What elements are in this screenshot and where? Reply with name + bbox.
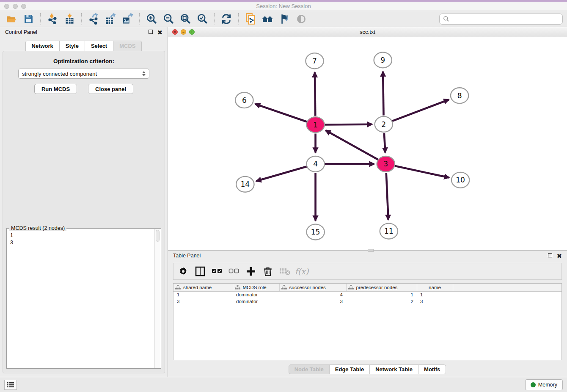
task-history-button[interactable] (4, 380, 17, 390)
first-neighbors-icon[interactable] (260, 13, 275, 25)
export-image-icon[interactable] (120, 13, 135, 25)
table-options-icon[interactable] (178, 266, 189, 277)
titlebar-accent-strip (0, 0, 567, 2)
column-header-successor-nodes[interactable]: successor nodes (279, 284, 346, 291)
import-table-icon[interactable] (62, 13, 77, 25)
svg-text:15: 15 (311, 228, 320, 236)
mcds-result-text[interactable]: 1 3 (10, 232, 154, 367)
edge-1-7[interactable] (315, 72, 315, 116)
criterion-select[interactable]: strongly connected component (18, 69, 149, 79)
edge-2-9[interactable] (383, 72, 383, 116)
table-panel-title: Table Panel (173, 253, 201, 259)
tab-edge-table[interactable]: Edge Table (329, 364, 370, 374)
network-minimize-button[interactable]: − (181, 29, 186, 35)
svg-text:2: 2 (381, 120, 386, 129)
table-toolbar: f(x) (173, 263, 562, 280)
add-row-icon[interactable] (245, 266, 256, 277)
toolbar-separator (40, 13, 41, 25)
edge-2-8[interactable] (392, 99, 449, 121)
zoom-out-icon[interactable] (161, 13, 176, 25)
tab-network-table[interactable]: Network Table (369, 364, 418, 374)
show-columns-icon[interactable] (195, 266, 206, 277)
node-3[interactable]: 3 (377, 156, 395, 172)
network-maximize-button[interactable]: + (189, 29, 195, 35)
show-all-icon[interactable] (294, 13, 308, 25)
edge-3-11[interactable] (386, 173, 388, 220)
zoom-fit-icon[interactable] (178, 13, 193, 25)
list-icon (7, 382, 14, 388)
clone-network-icon[interactable] (243, 13, 258, 25)
memory-button[interactable]: Memory (525, 379, 563, 390)
control-tab-network[interactable]: Network (25, 41, 60, 51)
node-8[interactable]: 8 (451, 88, 468, 103)
close-panel-button[interactable]: Close panel (88, 84, 133, 94)
open-session-icon[interactable] (4, 13, 19, 25)
node-10[interactable]: 10 (451, 172, 469, 188)
horizontal-splitter-grip[interactable] (368, 249, 374, 252)
svg-text:6: 6 (242, 96, 247, 105)
table-row[interactable]: 1dominator411 (173, 291, 561, 298)
node-11[interactable]: 11 (380, 224, 398, 239)
node-6[interactable]: 6 (235, 92, 253, 108)
svg-text:7: 7 (312, 57, 317, 65)
tab-motifs[interactable]: Motifs (418, 364, 446, 374)
network-window-titlebar[interactable]: scc.txt ✕ − + (168, 27, 567, 37)
close-table-panel-icon[interactable]: ✖ (556, 253, 562, 259)
apply-layout-icon[interactable] (219, 13, 234, 25)
float-panel-icon[interactable] (149, 30, 153, 35)
node-9[interactable]: 9 (374, 52, 392, 68)
import-network-icon[interactable] (45, 13, 60, 25)
svg-text:1: 1 (313, 121, 318, 129)
edge-3-1[interactable] (325, 130, 378, 160)
node-1[interactable]: 1 (306, 117, 324, 133)
column-header-predecessor-nodes[interactable]: predecessor nodes (346, 284, 417, 291)
export-network-icon[interactable] (86, 13, 101, 25)
edge-4-14[interactable] (256, 166, 307, 181)
edge-1-2[interactable] (325, 124, 372, 125)
node-14[interactable]: 14 (236, 177, 254, 192)
node-15[interactable]: 15 (306, 224, 324, 240)
save-session-icon[interactable] (21, 13, 36, 25)
column-header-MCDS-role[interactable]: MCDS role (233, 284, 279, 291)
control-tab-mcds[interactable]: MCDS (113, 41, 142, 51)
close-panel-icon[interactable]: ✖ (157, 29, 162, 36)
delete-table-icon[interactable] (279, 266, 290, 277)
delete-row-icon[interactable] (262, 266, 273, 277)
export-table-icon[interactable] (103, 13, 118, 25)
status-bar: Memory (0, 377, 567, 392)
column-header-shared-name[interactable]: shared name (173, 284, 233, 291)
svg-text:9: 9 (380, 56, 385, 64)
float-table-panel-icon[interactable] (548, 253, 552, 258)
network-canvas[interactable]: 7968124314101511 (168, 37, 567, 250)
control-tab-select[interactable]: Select (85, 41, 113, 51)
run-mcds-button[interactable]: Run MCDS (34, 84, 77, 94)
zoom-selected-icon[interactable] (195, 13, 209, 25)
deselect-all-icon[interactable] (228, 266, 239, 277)
memory-status-icon (531, 382, 536, 387)
memory-label: Memory (538, 382, 557, 388)
table-row[interactable]: 3dominator323 (173, 298, 561, 305)
column-header-name[interactable]: name (417, 284, 453, 291)
node-7[interactable]: 7 (306, 53, 323, 69)
search-field[interactable] (439, 14, 563, 25)
edge-2-3[interactable] (384, 133, 385, 153)
network-close-button[interactable]: ✕ (172, 29, 178, 35)
svg-text:3: 3 (383, 160, 388, 168)
criterion-value: strongly connected component (22, 71, 142, 77)
edge-3-10[interactable] (394, 166, 449, 178)
node-4[interactable]: 4 (306, 156, 324, 172)
search-input[interactable] (452, 16, 559, 22)
tab-node-table[interactable]: Node Table (289, 364, 330, 374)
zoom-in-icon[interactable] (144, 13, 159, 25)
control-panel: Control Panel ✖ NetworkStyleSelectMCDS O… (0, 27, 168, 377)
edge-1-6[interactable] (255, 104, 307, 122)
svg-text:8: 8 (457, 91, 462, 100)
select-stepper-icon (142, 71, 146, 76)
select-all-icon[interactable] (212, 266, 223, 277)
network-window-traffic-lights[interactable]: ✕ − + (172, 29, 195, 35)
control-tab-style[interactable]: Style (59, 41, 85, 51)
apply-function-icon[interactable]: f(x) (296, 266, 307, 277)
result-scrollbar[interactable] (154, 229, 160, 368)
node-2[interactable]: 2 (375, 116, 393, 132)
hide-selected-icon[interactable] (277, 13, 292, 25)
